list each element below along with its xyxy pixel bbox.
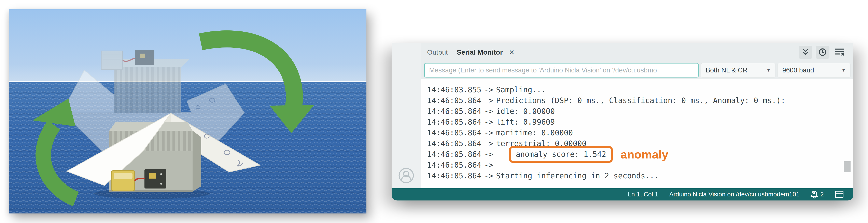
cursor-position[interactable]: Ln 1, Col 1 — [628, 191, 658, 198]
serial-input-row: Both NL & CR ▼ 9600 baud ▼ — [421, 61, 854, 79]
close-icon[interactable]: ✕ — [509, 48, 515, 56]
tab-serial-monitor[interactable]: Serial Monitor — [457, 43, 503, 61]
notifications[interactable]: 2 — [811, 190, 824, 198]
log-line: 14:46:03.855->Sampling... — [427, 85, 854, 95]
log-arrow: -> — [484, 161, 493, 169]
screenshot-stage: Output Serial Monitor ✕ — [0, 0, 868, 223]
autoscroll-button[interactable] — [799, 46, 812, 59]
line-ending-select[interactable]: Both NL & CR ▼ — [701, 63, 775, 77]
ide-bottom-panel: Output Serial Monitor ✕ — [421, 43, 854, 188]
scrollbar-thumb[interactable] — [844, 161, 850, 172]
baud-rate-value: 9600 baud — [782, 66, 814, 74]
log-timestamp: 14:46:05.864 — [427, 107, 481, 116]
baud-rate-select[interactable]: 9600 baud ▼ — [777, 63, 850, 77]
log-arrow: -> — [484, 118, 493, 126]
log-arrow: -> — [484, 96, 493, 105]
log-line: 14:46:05.864->idle: 0.00000 — [427, 106, 854, 117]
log-arrow: -> — [484, 171, 493, 180]
log-timestamp: 14:46:03.855 — [427, 86, 481, 94]
log-arrow: -> — [484, 150, 493, 159]
log-text: Starting inferencing in 2 seconds... — [496, 171, 659, 180]
clock-icon — [818, 48, 827, 56]
log-text: maritime: 0.00000 — [496, 128, 573, 137]
log-text: Sampling... — [496, 86, 546, 94]
panel-tabbar: Output Serial Monitor ✕ — [421, 43, 854, 61]
log-arrow: -> — [484, 128, 493, 137]
anomaly-score-highlight-box: anomaly score: 1.542 — [509, 146, 613, 163]
log-text: idle: 0.00000 — [496, 107, 555, 116]
double-chevron-down-icon — [802, 49, 809, 56]
clear-output-icon — [835, 48, 844, 56]
clear-output-button[interactable] — [833, 46, 846, 59]
log-line: 14:46:05.864-> — [427, 160, 854, 170]
ide-sidebar — [392, 43, 421, 188]
log-line: 14:46:05.864->Predictions (DSP: 0 ms., C… — [427, 95, 854, 106]
log-line: 14:46:05.864->Starting inferencing in 2 … — [427, 170, 854, 181]
serial-monitor-log[interactable]: 14:46:03.855->Sampling... 14:46:05.864->… — [421, 79, 854, 188]
boat-illustration — [9, 9, 366, 214]
log-line: 14:46:05.864->maritime: 0.00000 — [427, 127, 854, 138]
tab-output[interactable]: Output — [427, 43, 448, 61]
arduino-ide-window: Output Serial Monitor ✕ — [392, 43, 854, 200]
boat-illustration-canvas — [9, 9, 366, 214]
log-line: 14:46:05.864->lift: 0.99609 — [427, 117, 854, 127]
log-timestamp: 14:46:05.864 — [427, 161, 481, 169]
bell-icon — [811, 190, 818, 198]
log-timestamp: 14:46:05.864 — [427, 171, 481, 180]
log-timestamp: 14:46:05.864 — [427, 139, 481, 148]
dropdown-caret-icon: ▼ — [766, 68, 771, 73]
log-arrow: -> — [484, 86, 493, 94]
log-arrow: -> — [484, 107, 493, 116]
line-ending-value: Both NL & CR — [706, 66, 747, 74]
log-arrow: -> — [484, 139, 493, 148]
serial-message-input[interactable] — [424, 63, 699, 77]
log-timestamp: 14:46:05.864 — [427, 128, 481, 137]
serial-toolbar — [799, 46, 846, 59]
dropdown-caret-icon: ▼ — [841, 68, 846, 73]
anomaly-annotation-label: anomaly — [620, 148, 668, 161]
toggle-panel-icon[interactable] — [835, 191, 844, 198]
log-timestamp: 14:46:05.864 — [427, 118, 481, 126]
log-text: lift: 0.99609 — [496, 118, 555, 126]
log-line-anomaly: 14:46:05.864->anomaly score: 1.542anomal… — [427, 149, 854, 160]
sky — [9, 9, 366, 83]
account-icon[interactable] — [398, 168, 414, 184]
log-text: Predictions (DSP: 0 ms., Classification:… — [496, 96, 785, 105]
status-bar: Ln 1, Col 1 Arduino Nicla Vision on /dev… — [392, 188, 854, 200]
board-connection-status[interactable]: Arduino Nicla Vision on /dev/cu.usbmodem… — [669, 191, 800, 198]
log-timestamp: 14:46:05.864 — [427, 96, 481, 105]
notification-count: 2 — [820, 191, 824, 198]
timestamp-button[interactable] — [816, 46, 830, 59]
log-timestamp: 14:46:05.864 — [427, 150, 481, 159]
